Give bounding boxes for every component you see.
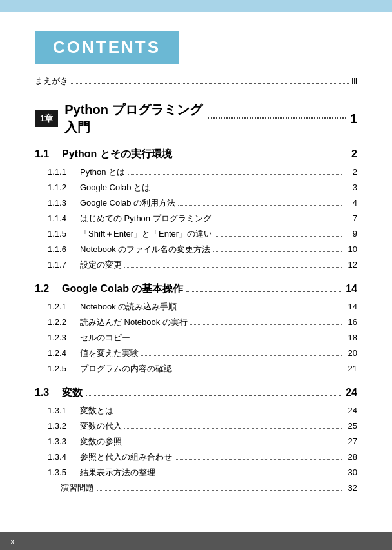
sub-title-1-2-4: 値を変えた実験	[80, 348, 139, 359]
sub-num-1-3-4: 1.3.4	[48, 452, 80, 462]
contents-header: CONTENTS	[35, 31, 179, 64]
top-bar	[0, 0, 392, 12]
sub-page-1-1-4: 7	[344, 213, 357, 223]
section-1-3-row: 1.3 変数 24	[35, 386, 357, 400]
section-1-1-title: Python とその実行環境	[62, 148, 172, 161]
chapter1-page: 1	[350, 112, 357, 126]
sub-wrap-1-1-7: 設定の変更 12	[80, 259, 357, 271]
sub-page-1-3-4: 28	[344, 452, 357, 462]
subsection-1-2-1: 1.2.1 Notebook の読み込み手順 14	[35, 301, 357, 313]
sub-dots-1-2-3	[133, 340, 342, 340]
sub-wrap-1-2-3: セルのコピー 18	[80, 332, 357, 344]
subsection-1-1-3: 1.1.3 Google Colab の利用方法 4	[35, 197, 357, 209]
sub-title-1-1-2: Google Colab とは	[80, 182, 150, 193]
sub-num-1-2-2: 1.2.2	[48, 317, 80, 327]
sub-dots-1-1-6	[213, 251, 342, 252]
sub-dots-1-2-2	[190, 324, 342, 325]
contents-title: CONTENTS	[53, 37, 161, 57]
sub-wrap-1-3-1: 変数とは 24	[80, 405, 357, 417]
sub-page-1-1-1: 2	[344, 167, 357, 177]
sub-page-1-3-3: 27	[344, 437, 357, 446]
chapter1-dots	[208, 117, 346, 119]
sub-dots-1-1-1	[128, 174, 342, 175]
sub-title-1-3-2: 変数の代入	[80, 420, 122, 432]
sub-num-1-2-4: 1.2.4	[48, 348, 80, 358]
section-1-1-row: 1.1 Python とその実行環境 2	[35, 148, 357, 161]
chapter1-title: Python プログラミング入門	[64, 101, 203, 136]
subsection-1-1-4: 1.1.4 はじめての Python プログラミング 7	[35, 213, 357, 224]
sub-title-1-3-5: 結果表示方法の整理	[80, 467, 155, 478]
sub-wrap-1-1-3: Google Colab の利用方法 4	[80, 197, 357, 209]
sub-page-1-1-3: 4	[344, 198, 357, 208]
sub-title-1-2-3: セルのコピー	[80, 332, 130, 344]
sub-dots-1-3-4	[175, 459, 342, 460]
sub-page-1-3-5: 30	[344, 467, 357, 477]
subsection-1-3-2: 1.3.2 変数の代入 25	[35, 420, 357, 432]
sub-page-1-2-4: 20	[344, 348, 357, 358]
sub-num-1-1-1: 1.1.1	[48, 167, 80, 177]
sub-num-1-1-5: 1.1.5	[48, 229, 80, 239]
sub-wrap-1-3-3: 変数の参照 27	[80, 436, 357, 447]
subsection-1-1-6: 1.1.6 Notebook のファイル名の変更方法 10	[35, 244, 357, 255]
sub-title-1-2-1: Notebook の読み込み手順	[80, 301, 177, 313]
subsection-1-3-4: 1.3.4 参照と代入の組み合わせ 28	[35, 451, 357, 463]
sub-num-1-3-1: 1.3.1	[48, 406, 80, 415]
sub-page-1-2-2: 16	[344, 317, 357, 327]
subsection-1-1-1: 1.1.1 Python とは 2	[35, 166, 357, 178]
subsection-1-1-2: 1.1.2 Google Colab とは 3	[35, 182, 357, 193]
sub-wrap-1-2-5: プログラムの内容の確認 21	[80, 363, 357, 375]
sub-num-1-1-3: 1.1.3	[48, 198, 80, 208]
sub-num-1-2-1: 1.2.1	[48, 302, 80, 311]
sub-page-1-1-7: 12	[344, 260, 357, 270]
sub-title-1-1-3: Google Colab の利用方法	[80, 197, 175, 209]
subsection-1-1-7: 1.1.7 設定の変更 12	[35, 259, 357, 271]
sub-page-1-1-5: 9	[344, 229, 357, 239]
exercise-page: 32	[344, 483, 357, 493]
sub-title-1-1-4: はじめての Python プログラミング	[80, 213, 211, 224]
sub-title-1-1-7: 設定の変更	[80, 259, 122, 271]
sub-dots-1-2-5	[175, 371, 342, 371]
sub-dots-1-3-1	[116, 413, 342, 413]
subsection-1-3-3: 1.3.3 変数の参照 27	[35, 436, 357, 447]
sub-dots-1-1-2	[153, 190, 342, 190]
section-1-2-num: 1.2	[35, 283, 62, 295]
page-content: CONTENTS まえがき iii 1章 Python プログラミング入門 1 …	[0, 12, 392, 517]
section-1-3-page: 24	[346, 387, 357, 398]
footer-bar: x	[0, 532, 392, 550]
maegaki-page: iii	[351, 76, 357, 86]
sub-wrap-1-3-4: 参照と代入の組み合わせ 28	[80, 451, 357, 463]
subsection-1-2-3: 1.2.3 セルのコピー 18	[35, 332, 357, 344]
subsection-1-1-5: 1.1.5 「Shift＋Enter」と「Enter」の違い 9	[35, 228, 357, 240]
maegaki-row: まえがき iii	[35, 75, 357, 87]
sub-dots-1-2-4	[141, 355, 342, 356]
sub-wrap-1-2-2: 読み込んだ Notebook の実行 16	[80, 317, 357, 328]
section-1-2-row: 1.2 Google Colab の基本操作 14	[35, 282, 357, 296]
sub-dots-1-2-1	[179, 309, 342, 309]
sub-title-1-3-3: 変数の参照	[80, 436, 122, 447]
subsection-1-2-2: 1.2.2 読み込んだ Notebook の実行 16	[35, 317, 357, 328]
sub-title-1-1-6: Notebook のファイル名の変更方法	[80, 244, 210, 255]
sub-wrap-1-1-2: Google Colab とは 3	[80, 182, 357, 193]
sub-wrap-1-1-5: 「Shift＋Enter」と「Enter」の違い 9	[80, 228, 357, 240]
sub-wrap-1-3-2: 変数の代入 25	[80, 420, 357, 432]
sub-num-1-2-5: 1.2.5	[48, 364, 80, 373]
maegaki-dots	[71, 83, 349, 84]
subsection-1-3-5: 1.3.5 結果表示方法の整理 30	[35, 467, 357, 478]
sub-page-1-2-5: 21	[344, 364, 357, 373]
sub-page-1-1-2: 3	[344, 182, 357, 192]
section-1-3-num: 1.3	[35, 387, 62, 398]
sub-num-1-3-3: 1.3.3	[48, 437, 80, 446]
section-1-1-dots	[175, 157, 348, 157]
sub-page-1-2-1: 14	[344, 302, 357, 311]
sub-title-1-3-4: 参照と代入の組み合わせ	[80, 451, 172, 463]
exercise-title: 演習問題	[61, 482, 94, 494]
section-1-3-title: 変数	[62, 386, 83, 400]
sub-wrap-1-1-4: はじめての Python プログラミング 7	[80, 213, 357, 224]
sub-title-1-1-5: 「Shift＋Enter」と「Enter」の違い	[80, 228, 212, 240]
subsection-1-3-1: 1.3.1 変数とは 24	[35, 405, 357, 417]
subsection-1-2-5: 1.2.5 プログラムの内容の確認 21	[35, 363, 357, 375]
sub-num-1-2-3: 1.2.3	[48, 333, 80, 342]
sub-dots-1-1-4	[214, 221, 342, 221]
sub-dots-1-3-3	[124, 444, 342, 444]
sub-num-1-1-7: 1.1.7	[48, 260, 80, 270]
